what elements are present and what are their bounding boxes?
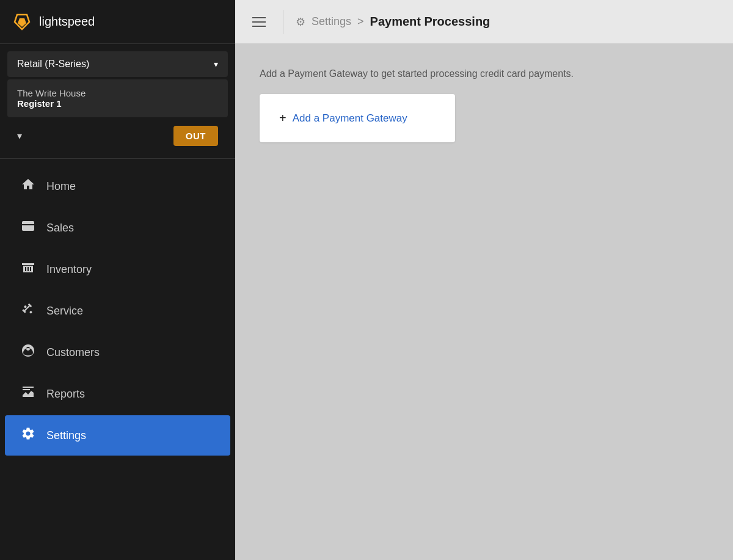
inventory-icon xyxy=(20,260,37,278)
customers-icon xyxy=(20,343,37,362)
store-selector-chevron-icon: ▾ xyxy=(214,59,218,69)
sidebar-item-home-label: Home xyxy=(46,180,76,193)
sidebar-divider xyxy=(0,158,235,159)
breadcrumb-current-page: Payment Processing xyxy=(370,15,490,29)
app-logo-text: lightspeed xyxy=(39,15,95,29)
breadcrumb-settings-icon: ⚙ xyxy=(296,15,305,29)
hamburger-line-2 xyxy=(252,21,266,23)
breadcrumb: ⚙ Settings > Payment Processing xyxy=(296,15,490,29)
store-selector[interactable]: Retail (R-Series) ▾ xyxy=(7,51,228,77)
out-button[interactable]: OUT xyxy=(173,126,218,146)
register-name: The Write House xyxy=(17,88,218,98)
hamburger-line-1 xyxy=(252,17,266,18)
service-icon xyxy=(20,302,37,320)
sidebar-item-sales[interactable]: Sales xyxy=(5,208,230,248)
sidebar-item-service[interactable]: Service xyxy=(5,291,230,331)
sidebar-item-reports[interactable]: Reports xyxy=(5,374,230,414)
sidebar: lightspeed Retail (R-Series) ▾ The Write… xyxy=(0,0,235,560)
hamburger-button[interactable] xyxy=(247,12,271,32)
home-icon xyxy=(20,177,37,195)
topbar: ⚙ Settings > Payment Processing xyxy=(235,0,733,44)
register-info: The Write House Register 1 xyxy=(7,79,228,117)
sidebar-item-customers[interactable]: Customers xyxy=(5,332,230,373)
register-number: Register 1 xyxy=(17,98,218,109)
sidebar-header: lightspeed xyxy=(0,0,235,44)
hamburger-line-3 xyxy=(252,26,266,27)
settings-icon xyxy=(20,426,37,445)
sidebar-item-settings[interactable]: Settings xyxy=(5,415,230,456)
sales-icon xyxy=(20,219,37,237)
sidebar-item-sales-label: Sales xyxy=(46,222,74,235)
topbar-divider xyxy=(283,10,283,34)
page-content: Add a Payment Gateway to get started pro… xyxy=(235,44,733,560)
sidebar-item-inventory-label: Inventory xyxy=(46,263,92,276)
register-dropdown-icon[interactable]: ▾ xyxy=(17,130,22,142)
register-controls: ▾ OUT xyxy=(7,120,228,152)
add-gateway-card[interactable]: + Add a Payment Gateway xyxy=(260,94,455,142)
lightspeed-logo-icon xyxy=(12,12,32,32)
content-description: Add a Payment Gateway to get started pro… xyxy=(260,68,709,79)
sidebar-item-home[interactable]: Home xyxy=(5,166,230,206)
breadcrumb-settings-label[interactable]: Settings xyxy=(312,15,351,28)
sidebar-item-customers-label: Customers xyxy=(46,346,100,359)
add-gateway-link[interactable]: Add a Payment Gateway xyxy=(293,112,407,125)
sidebar-item-settings-label: Settings xyxy=(46,429,86,442)
sidebar-item-service-label: Service xyxy=(46,305,83,318)
breadcrumb-separator: > xyxy=(357,15,364,28)
sidebar-item-inventory[interactable]: Inventory xyxy=(5,249,230,289)
store-selector-label: Retail (R-Series) xyxy=(17,59,89,70)
sidebar-item-reports-label: Reports xyxy=(46,388,85,401)
reports-icon xyxy=(20,385,37,403)
plus-icon: + xyxy=(279,111,286,125)
main-content: ⚙ Settings > Payment Processing Add a Pa… xyxy=(235,0,733,560)
nav-menu: Home Sales Inventory xyxy=(0,165,235,457)
